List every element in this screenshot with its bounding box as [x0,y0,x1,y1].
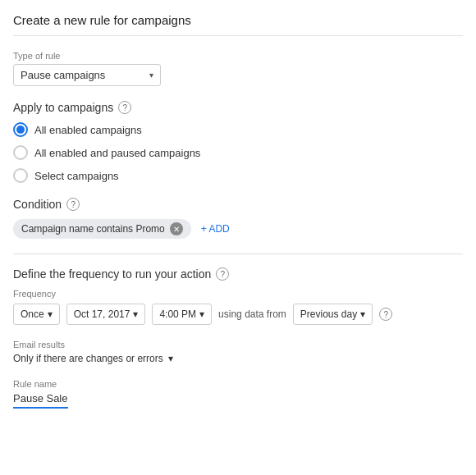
condition-title-row: Condition ? [13,198,463,211]
frequency-title-row: Define the frequency to run your action … [13,267,463,281]
radio-all-enabled-paused[interactable]: All enabled and paused campaigns [13,145,463,160]
type-of-rule-dropdown[interactable]: Pause campaigns ▾ [13,64,161,86]
condition-title: Condition [13,198,62,211]
radio-all-enabled-paused-label: All enabled and paused campaigns [34,147,200,159]
radio-all-enabled-circle [13,122,28,137]
radio-select-campaigns-label: Select campaigns [34,170,119,182]
rule-name-section: Rule name Pause Sale [13,379,463,409]
radio-select-campaigns[interactable]: Select campaigns [13,168,463,183]
frequency-value: Once [21,308,44,320]
email-results-label: Email results [13,340,463,349]
condition-help-icon[interactable]: ? [66,198,80,211]
condition-tag: Campaign name contains Promo ✕ [13,219,191,239]
frequency-value-dropdown[interactable]: Once ▾ [13,304,60,325]
previous-day-value: Previous day [300,308,357,320]
frequency-value-arrow-icon: ▾ [48,308,53,320]
email-results-section: Email results Only if there are changes … [13,340,463,364]
using-data-label: using data from [218,308,286,320]
page-title: Create a new rule for campaigns [13,13,463,36]
frequency-date-value: Oct 17, 2017 [74,308,130,320]
condition-tag-close-icon[interactable]: ✕ [170,222,183,235]
previous-day-help-icon[interactable]: ? [379,308,392,321]
radio-all-enabled-paused-circle [13,145,28,160]
email-results-dropdown[interactable]: Only if there are changes or errors ▾ [13,353,463,364]
condition-add-button[interactable]: + ADD [201,223,230,235]
email-results-value: Only if there are changes or errors [13,353,163,364]
email-results-arrow-icon: ▾ [168,353,173,364]
condition-section: Condition ? Campaign name contains Promo… [13,198,463,239]
apply-to-section: Apply to campaigns ? All enabled campaig… [13,101,463,183]
frequency-controls-row: Once ▾ Oct 17, 2017 ▾ 4:00 PM ▾ using da… [13,304,463,325]
apply-to-radio-group: All enabled campaigns All enabled and pa… [13,122,463,183]
type-of-rule-label: Type of rule [13,51,463,61]
frequency-help-icon[interactable]: ? [216,267,229,281]
condition-tag-text: Campaign name contains Promo [21,223,165,235]
radio-select-campaigns-circle [13,168,28,183]
frequency-time-dropdown[interactable]: 4:00 PM ▾ [152,304,212,325]
section-divider [13,253,463,254]
frequency-date-dropdown[interactable]: Oct 17, 2017 ▾ [66,304,146,325]
apply-to-title: Apply to campaigns [13,101,113,114]
frequency-label: Frequency [13,289,463,299]
frequency-time-arrow-icon: ▾ [199,308,204,320]
frequency-section: Define the frequency to run your action … [13,267,463,325]
type-of-rule-section: Type of rule Pause campaigns ▾ [13,51,463,86]
radio-all-enabled-label: All enabled campaigns [34,124,142,136]
previous-day-arrow-icon: ▾ [360,308,365,320]
frequency-time-value: 4:00 PM [159,308,196,320]
type-of-rule-arrow-icon: ▾ [149,71,153,80]
apply-to-help-icon[interactable]: ? [118,101,131,114]
previous-day-dropdown[interactable]: Previous day ▾ [293,304,373,325]
rule-name-label: Rule name [13,379,463,389]
condition-row: Campaign name contains Promo ✕ + ADD [13,219,463,239]
radio-all-enabled[interactable]: All enabled campaigns [13,122,463,137]
frequency-title: Define the frequency to run your action [13,267,211,281]
type-of-rule-value: Pause campaigns [21,69,105,81]
apply-to-title-row: Apply to campaigns ? [13,101,463,114]
frequency-date-arrow-icon: ▾ [133,308,138,320]
rule-name-value[interactable]: Pause Sale [13,392,68,409]
